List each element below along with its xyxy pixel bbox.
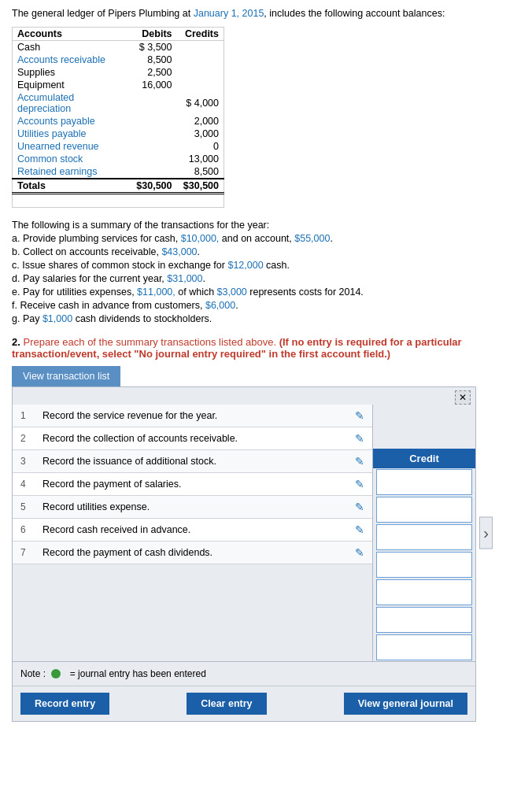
table-row: Retained earnings bbox=[13, 165, 130, 179]
journal-panel: ✕ 1Record the service revenue for the ye… bbox=[12, 386, 476, 722]
credit-input-cell[interactable] bbox=[376, 524, 472, 550]
question-label: 2. Prepare each of the summary transacti… bbox=[12, 336, 520, 360]
note-text: Note : = journal entry has been entered bbox=[20, 668, 467, 679]
intro-paragraph: The general ledger of Pipers Plumbing at… bbox=[12, 8, 520, 19]
note-label: = journal entry has been entered bbox=[70, 668, 206, 679]
journal-list-item: 1Record the service revenue for the year… bbox=[13, 405, 372, 427]
col-header-debits: Debits bbox=[130, 28, 177, 41]
credit-cells bbox=[373, 468, 475, 661]
credit-input-cell[interactable] bbox=[376, 497, 472, 523]
transactions-summary: The following is a summary of the transa… bbox=[12, 220, 520, 324]
credit-input-cell[interactable] bbox=[376, 607, 472, 633]
journal-list-item: 6Record cash received in advance.✎ bbox=[13, 519, 372, 542]
table-row: Equipment bbox=[13, 79, 130, 91]
table-row: Accumulated depreciation bbox=[13, 91, 130, 115]
edit-icon[interactable]: ✎ bbox=[355, 546, 364, 559]
journal-list-item: 2Record the collection of accounts recei… bbox=[13, 427, 372, 450]
green-dot-icon bbox=[51, 669, 61, 678]
credit-header: Credit bbox=[373, 449, 475, 468]
table-row: Unearned revenue bbox=[13, 140, 130, 153]
transaction-item: c. Issue shares of common stock in excha… bbox=[12, 260, 520, 271]
transaction-item: f. Receive cash in advance from customer… bbox=[12, 300, 520, 311]
credit-input-cell[interactable] bbox=[376, 579, 472, 605]
view-transaction-row: View transaction list bbox=[12, 366, 520, 386]
account-balances-table: Accounts Debits Credits Cash$ 3,500Accou… bbox=[12, 27, 224, 208]
journal-list-item: 7Record the payment of cash dividends.✎ bbox=[13, 542, 372, 564]
credit-input-cell[interactable] bbox=[376, 552, 472, 578]
right-panel: Credit bbox=[373, 405, 475, 661]
transaction-item: d. Pay salaries for the current year, $3… bbox=[12, 273, 520, 284]
question-2-section: 2. Prepare each of the summary transacti… bbox=[12, 336, 520, 722]
col-header-accounts: Accounts bbox=[13, 28, 130, 41]
clear-entry-button[interactable]: Clear entry bbox=[187, 693, 266, 715]
table-row: Supplies bbox=[13, 66, 130, 79]
journal-list-item: 5Record utilities expense.✎ bbox=[13, 496, 372, 519]
credit-input-cell[interactable] bbox=[376, 634, 472, 660]
journal-list: 1Record the service revenue for the year… bbox=[13, 405, 373, 661]
edit-icon[interactable]: ✎ bbox=[355, 455, 364, 468]
record-entry-button[interactable]: Record entry bbox=[20, 693, 109, 715]
edit-icon[interactable]: ✎ bbox=[355, 523, 364, 536]
table-row: Accounts payable bbox=[13, 115, 130, 128]
panel-content: 1Record the service revenue for the year… bbox=[13, 405, 475, 661]
col-header-credits: Credits bbox=[177, 28, 224, 41]
edit-icon[interactable]: ✎ bbox=[355, 409, 364, 422]
edit-icon[interactable]: ✎ bbox=[355, 432, 364, 445]
action-buttons: Record entry Clear entry View general jo… bbox=[13, 686, 475, 721]
panel-top: ✕ bbox=[13, 387, 475, 405]
bottom-bar: Note : = journal entry has been entered bbox=[13, 661, 475, 686]
transaction-item: a. Provide plumbing services for cash, $… bbox=[12, 233, 520, 244]
transactions-intro: The following is a summary of the transa… bbox=[12, 220, 520, 231]
view-transaction-button[interactable]: View transaction list bbox=[12, 366, 120, 386]
journal-list-item: 3Record the issuance of additional stock… bbox=[13, 450, 372, 473]
credit-input-cell[interactable] bbox=[376, 469, 472, 495]
transaction-item: b. Collect on accounts receivable, $43,0… bbox=[12, 246, 520, 257]
journal-list-item: 4Record the payment of salaries.✎ bbox=[13, 473, 372, 496]
transaction-item: g. Pay $1,000 cash dividends to stockhol… bbox=[12, 313, 520, 324]
edit-icon[interactable]: ✎ bbox=[355, 478, 364, 490]
table-row: Accounts receivable bbox=[13, 54, 130, 66]
transaction-item: e. Pay for utilities expenses, $11,000, … bbox=[12, 287, 520, 298]
table-row: Cash bbox=[13, 41, 130, 54]
next-chevron[interactable]: › bbox=[479, 517, 493, 549]
close-icon[interactable]: ✕ bbox=[455, 390, 471, 405]
table-row: Utilities payable bbox=[13, 128, 130, 140]
view-general-journal-button[interactable]: View general journal bbox=[344, 693, 467, 715]
table-row: Common stock bbox=[13, 153, 130, 165]
edit-icon[interactable]: ✎ bbox=[355, 501, 364, 513]
